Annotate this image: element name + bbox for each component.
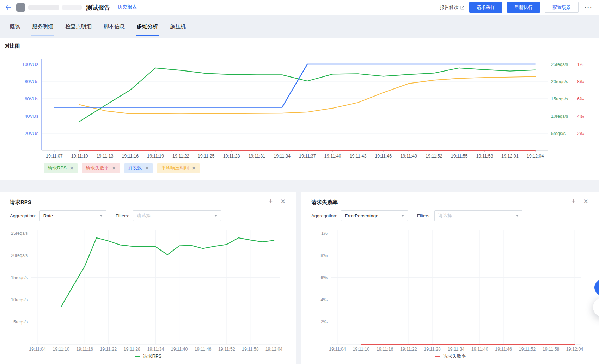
rps-panel-controls: Aggregation: Rate Filters: 请选择 [10,210,221,221]
rps-panel: 请求RPS + ✕ Aggregation: Rate Filters: 请选择 [0,192,296,364]
remove-chip-icon[interactable]: ✕ [145,166,149,171]
rps-panel-actions: + ✕ [269,198,286,205]
report-interpretation-label: 报告解读 [440,4,458,11]
filters-placeholder: 请选择 [438,212,452,219]
tab-bar: 概览 服务明细 检查点明细 脚本信息 多维分析 施压机 [0,15,599,38]
metric-chips: 请求RPS ✕ 请求失败率 ✕ 并发数 ✕ 平均响应时间 ✕ [44,163,200,173]
legend-label: 请求失败率 [443,353,466,359]
tab-label: 脚本信息 [104,23,125,30]
app-header: 测试报告 历史报表 报告解读 请求采样 重新执行 配置场景 ··· [0,0,599,15]
page: 测试报告 历史报表 报告解读 请求采样 重新执行 配置场景 ··· 概览 服务明… [0,0,599,364]
aggregation-value: Rate [43,213,53,218]
chip-label: 平均响应时间 [161,165,189,171]
error-panel-controls: Aggregation: ErrorPercentage Filters: 请选… [311,210,522,221]
tab-checkpoint-detail[interactable]: 检查点明细 [65,15,92,38]
chevron-down-icon [100,215,103,217]
chip-label: 请求失败率 [86,165,109,171]
tab-label: 检查点明细 [65,23,92,30]
tab-service-detail[interactable]: 服务明细 [32,15,53,38]
error-panel-title: 请求失败率 [311,199,338,206]
add-panel-icon[interactable]: + [572,198,575,205]
error-rate-panel: 请求失败率 + ✕ Aggregation: ErrorPercentage F… [301,192,599,364]
configure-scene-button[interactable]: 配置场景 [545,2,579,13]
remove-chip-icon[interactable]: ✕ [192,166,196,171]
close-panel-icon[interactable]: ✕ [280,198,286,205]
request-sampling-button[interactable]: 请求采样 [469,2,502,13]
filters-label: Filters: [116,213,129,218]
filters-select[interactable]: 请选择 [434,210,522,221]
tab-label: 施压机 [170,23,186,30]
tab-label: 服务明细 [32,23,53,30]
aggregation-label: Aggregation: [10,213,36,218]
header-actions: 报告解读 请求采样 重新执行 配置场景 ··· [440,2,594,13]
error-chart-legend[interactable]: 请求失败率 [301,353,599,359]
redacted-text [62,5,82,10]
legend-marker [435,356,440,357]
chip-failure-rate[interactable]: 请求失败率 ✕ [82,163,120,173]
chip-avg-response-time[interactable]: 平均响应时间 ✕ [157,163,200,173]
chip-concurrency[interactable]: 并发数 ✕ [124,163,153,173]
chevron-down-icon [214,215,217,217]
legend-label: 请求RPS [143,353,162,359]
aggregation-select[interactable]: Rate [39,210,106,221]
redacted-logo [16,3,25,12]
external-link-icon [460,5,465,10]
report-interpretation-link[interactable]: 报告解读 [440,4,465,11]
aggregation-value: ErrorPercentage [345,213,378,218]
history-reports-link[interactable]: 历史报表 [118,4,137,11]
tab-script-info[interactable]: 脚本信息 [104,15,125,38]
rerun-button[interactable]: 重新执行 [507,2,540,13]
tab-label: 概览 [10,23,20,30]
error-panel-actions: + ✕ [572,198,588,205]
aggregation-label: Aggregation: [311,213,337,218]
comparison-chart-title: 对比图 [5,43,20,49]
add-panel-icon[interactable]: + [269,198,273,205]
chevron-down-icon [401,215,404,217]
chip-label: 并发数 [128,165,142,171]
back-arrow-icon[interactable] [5,5,11,10]
redacted-text [28,5,59,10]
more-actions-button[interactable]: ··· [583,4,594,11]
comparison-chart-card: 对比图 请求RPS ✕ 请求失败率 ✕ 并发数 ✕ 平均响应时间 ✕ [0,38,599,180]
page-title: 测试报告 [86,4,110,12]
tab-overview[interactable]: 概览 [10,15,20,38]
rps-chart-legend[interactable]: 请求RPS [0,353,296,359]
chip-label: 请求RPS [48,165,67,171]
aggregation-select[interactable]: ErrorPercentage [341,210,408,221]
tab-multidimensional-analysis[interactable]: 多维分析 [137,15,158,38]
chip-request-rps[interactable]: 请求RPS ✕ [44,163,78,173]
filters-select[interactable]: 请选择 [133,210,221,221]
tab-load-generator[interactable]: 施压机 [170,15,186,38]
rps-panel-title: 请求RPS [10,199,31,206]
tab-label: 多维分析 [137,23,158,30]
remove-chip-icon[interactable]: ✕ [70,166,74,171]
filters-placeholder: 请选择 [137,212,151,219]
filters-label: Filters: [417,213,431,218]
remove-chip-icon[interactable]: ✕ [112,166,116,171]
close-panel-icon[interactable]: ✕ [583,198,588,205]
legend-marker [135,356,140,357]
chevron-down-icon [516,215,519,217]
